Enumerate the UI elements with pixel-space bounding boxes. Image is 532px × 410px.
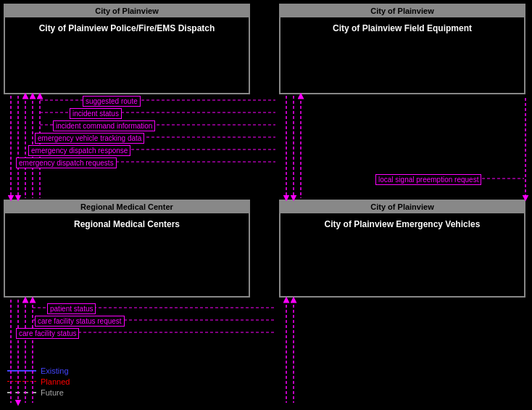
label-care-facility-status-request: care facility status request xyxy=(35,316,125,327)
legend-planned: Planned xyxy=(7,377,70,386)
legend-future-line xyxy=(7,392,36,393)
box-field-equipment: City of Plainview City of Plainview Fiel… xyxy=(279,4,525,94)
legend-existing: Existing xyxy=(7,366,70,375)
label-emergency-dispatch-requests: emergency dispatch requests xyxy=(16,157,117,168)
box-police-dispatch: City of Plainview City of Plainview Poli… xyxy=(4,4,250,94)
label-incident-command-info: incident command information xyxy=(53,120,155,131)
label-incident-status: incident status xyxy=(70,108,122,119)
box-regional-medical: Regional Medical Center Regional Medical… xyxy=(4,200,250,298)
legend-existing-label: Existing xyxy=(41,366,69,375)
legend: Existing Planned Future xyxy=(7,366,70,399)
box-topleft-header: City of Plainview xyxy=(5,5,249,17)
label-suggested-route: suggested route xyxy=(83,96,141,107)
box-emergency-vehicles: City of Plainview City of Plainview Emer… xyxy=(279,200,525,298)
legend-planned-label: Planned xyxy=(41,377,70,386)
legend-existing-line xyxy=(7,370,36,372)
legend-planned-line xyxy=(7,381,36,382)
box-bottomleft-title: Regional Medical Centers xyxy=(5,213,249,232)
box-topright-header: City of Plainview xyxy=(280,5,524,17)
label-care-facility-status: care facility status xyxy=(16,328,79,339)
box-bottomleft-header: Regional Medical Center xyxy=(5,201,249,213)
box-bottomright-header: City of Plainview xyxy=(280,201,524,213)
label-patient-status: patient status xyxy=(47,303,96,314)
label-local-signal-preemption: local signal preemption request xyxy=(375,174,481,185)
legend-future-label: Future xyxy=(41,388,64,397)
label-ev-tracking-data: emergency vehicle tracking data xyxy=(35,133,144,144)
main-container: City of Plainview City of Plainview Poli… xyxy=(0,0,532,410)
box-topright-title: City of Plainview Field Equipment xyxy=(280,17,524,36)
box-topleft-title: City of Plainview Police/Fire/EMS Dispat… xyxy=(5,17,249,36)
label-emergency-dispatch-response: emergency dispatch response xyxy=(28,145,130,156)
box-bottomright-title: City of Plainview Emergency Vehicles xyxy=(280,213,524,232)
legend-future: Future xyxy=(7,388,70,397)
